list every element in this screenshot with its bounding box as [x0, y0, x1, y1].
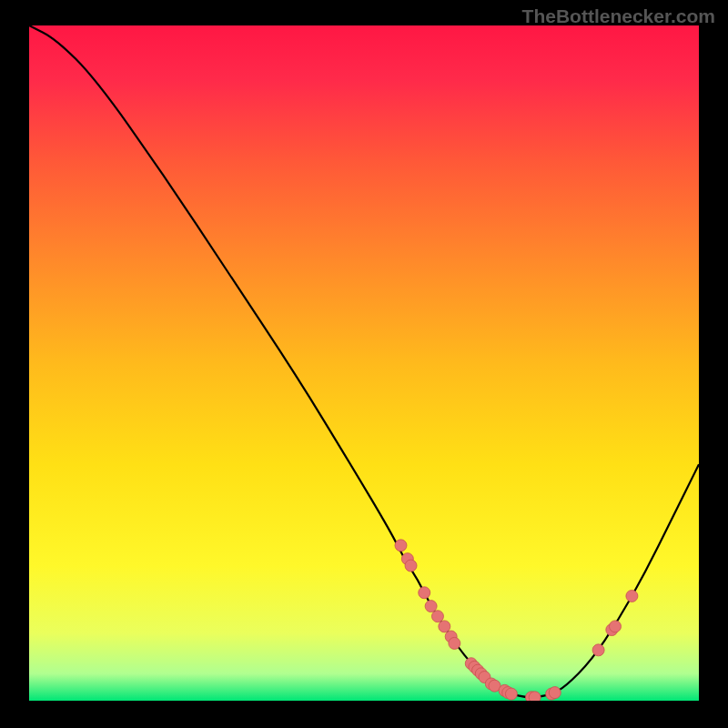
data-marker [425, 601, 437, 612]
data-marker [395, 540, 407, 551]
data-marker [439, 621, 450, 632]
data-marker [431, 611, 443, 622]
data-marker [405, 560, 417, 571]
data-marker [449, 637, 460, 649]
data-marker [592, 644, 604, 656]
data-marker [505, 688, 517, 700]
watermark-text: TheBottlenecker.com [522, 5, 715, 27]
data-marker [529, 692, 541, 701]
data-marker [610, 621, 622, 632]
data-marker [419, 587, 430, 599]
bottleneck-chart [29, 25, 699, 701]
data-marker [549, 687, 561, 699]
data-marker [626, 590, 638, 602]
